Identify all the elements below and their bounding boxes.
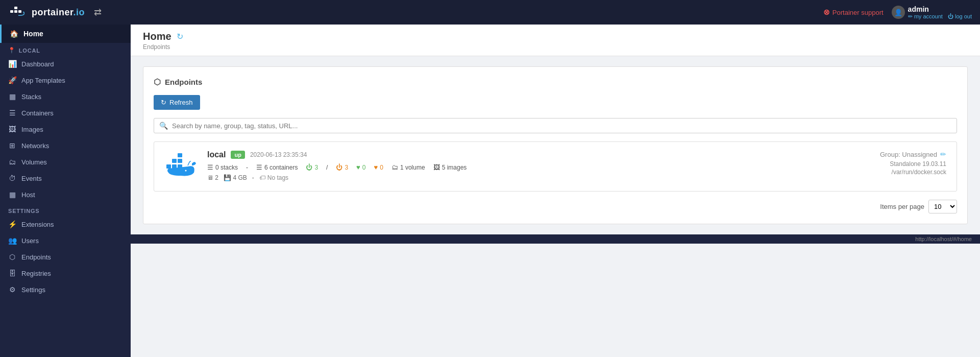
endpoint-docker-logo bbox=[164, 150, 197, 183]
search-bar: 🔍 bbox=[154, 118, 957, 133]
app-templates-label: App Templates bbox=[21, 77, 65, 84]
stat-volume: 🗂 1 volume bbox=[391, 163, 425, 171]
sidebar-local-label: 📍 LOCAL bbox=[0, 43, 131, 56]
sidebar-item-events[interactable]: ⏱ Events bbox=[0, 170, 131, 186]
svg-rect-3 bbox=[18, 10, 21, 13]
pencil-icon: ✏ bbox=[908, 13, 913, 19]
search-icon: 🔍 bbox=[159, 122, 168, 130]
refresh-button[interactable]: ↻ Refresh bbox=[154, 95, 200, 110]
no-tags-badge: 🏷 No tags bbox=[259, 174, 288, 181]
section-local-text: LOCAL bbox=[19, 47, 40, 54]
home-icon: 🏠 bbox=[10, 30, 18, 38]
containers-stat-value: 6 containers bbox=[264, 164, 298, 171]
sidebar-item-app-templates[interactable]: 🚀 App Templates bbox=[0, 72, 131, 88]
no-tags-label: No tags bbox=[267, 174, 288, 181]
volumes-label: Volumes bbox=[21, 158, 47, 166]
home-label: Home bbox=[23, 30, 43, 38]
log-out-link[interactable]: ⏻ log out bbox=[948, 13, 972, 20]
cpu-icon: 🖥 bbox=[207, 174, 213, 181]
stat-stopped: ⏻ 3 bbox=[336, 163, 348, 171]
sidebar-toggle-button[interactable]: ⇄ bbox=[90, 5, 106, 20]
refresh-btn-icon: ↻ bbox=[161, 99, 166, 106]
sidebar-item-host[interactable]: ▦ Host bbox=[0, 186, 131, 203]
healthy-icon: ♥ bbox=[356, 163, 360, 171]
volume-stat-icon: 🗂 bbox=[391, 163, 398, 171]
log-out-label: log out bbox=[955, 13, 972, 19]
containers-label: Containers bbox=[21, 109, 54, 117]
sidebar-item-images[interactable]: 🖼 Images bbox=[0, 121, 131, 137]
settings-icon: ⚙ bbox=[8, 285, 16, 294]
stat-unhealthy: ♥ 0 bbox=[374, 163, 383, 171]
tag-icon: 🏷 bbox=[259, 174, 265, 181]
sidebar-dashboard-left: 📊 Dashboard bbox=[8, 60, 54, 68]
unhealthy-icon: ♥ bbox=[374, 163, 378, 171]
running-icon: ⏻ bbox=[306, 163, 312, 171]
sidebar-item-users[interactable]: 👥 Users bbox=[0, 232, 131, 249]
stopped-icon: ⏻ bbox=[336, 163, 342, 171]
stat-separator-2: / bbox=[326, 164, 328, 171]
sidebar-settings-left: ⚙ Settings bbox=[8, 285, 45, 294]
sidebar-item-networks[interactable]: ⊞ Networks bbox=[0, 137, 131, 154]
svg-point-11 bbox=[185, 170, 187, 172]
endpoints-nav-label: Endpoints bbox=[21, 253, 51, 261]
stat-stacks: ☰ 0 stacks bbox=[207, 163, 238, 171]
users-label: Users bbox=[21, 237, 39, 245]
page-title: Home bbox=[143, 31, 172, 42]
sidebar-volumes-left: 🗂 Volumes bbox=[8, 158, 47, 166]
endpoints-panel: ⬡ Endpoints ↻ Refresh 🔍 bbox=[143, 66, 968, 224]
endpoints-panel-title: Endpoints bbox=[165, 78, 202, 86]
settings-label-text: Settings bbox=[21, 286, 45, 294]
stat-containers: ☰ 6 containers bbox=[256, 163, 298, 171]
endpoint-stats-row: ☰ 0 stacks - ☰ 6 containers ⏻ 3 bbox=[207, 163, 834, 171]
sidebar-item-volumes[interactable]: 🗂 Volumes bbox=[0, 154, 131, 170]
page-refresh-icon[interactable]: ↻ bbox=[177, 32, 183, 41]
sidebar-item-settings[interactable]: ⚙ Settings bbox=[0, 281, 131, 298]
stat-memory: 💾 4 GB bbox=[224, 174, 247, 181]
stacks-icon: ▦ bbox=[8, 92, 16, 101]
logout-icon: ⏻ bbox=[948, 13, 953, 19]
page-title-row: Home ↻ bbox=[143, 31, 968, 42]
images-label: Images bbox=[21, 126, 43, 133]
endpoint-date: 2020-06-13 23:35:34 bbox=[250, 151, 307, 158]
settings-section-label: SETTINGS bbox=[0, 203, 131, 216]
search-input[interactable] bbox=[172, 122, 951, 130]
endpoint-name-row: local up 2020-06-13 23:35:34 bbox=[207, 150, 834, 159]
svg-rect-10 bbox=[178, 153, 182, 157]
endpoint-group-label: Group: Unassigned ✏ bbox=[844, 150, 946, 158]
stopped-count: 3 bbox=[345, 164, 348, 171]
stat-images: 🖼 5 images bbox=[433, 163, 467, 171]
support-link[interactable]: ⊗ Portainer support bbox=[823, 8, 884, 17]
admin-avatar-icon: 👤 bbox=[894, 9, 902, 16]
my-account-link[interactable]: ✏ my account bbox=[908, 13, 943, 20]
items-per-page-select[interactable]: 10 25 50 100 bbox=[928, 200, 957, 213]
refresh-btn-label: Refresh bbox=[169, 99, 193, 106]
sidebar-item-endpoints[interactable]: ⬡ Endpoints bbox=[0, 249, 131, 265]
content-area: Home ↻ Endpoints ⬡ Endpoints ↻ Refresh 🔍 bbox=[131, 25, 980, 357]
stacks-label: Stacks bbox=[21, 93, 41, 101]
sidebar-item-stacks[interactable]: ▦ Stacks bbox=[0, 88, 131, 105]
sidebar-item-extensions[interactable]: ⚡ Extensions bbox=[0, 216, 131, 232]
edit-group-icon[interactable]: ✏ bbox=[940, 150, 946, 158]
status-bar: http://localhost/#/home bbox=[131, 234, 980, 244]
endpoint-name[interactable]: local bbox=[207, 150, 226, 159]
endpoints-section-icon: ⬡ bbox=[154, 77, 161, 87]
host-label: Host bbox=[21, 191, 35, 199]
svg-rect-5 bbox=[166, 164, 171, 169]
networks-label: Networks bbox=[21, 142, 49, 150]
sidebar-events-left: ⏱ Events bbox=[8, 174, 42, 182]
svg-rect-8 bbox=[172, 159, 177, 163]
endpoint-info: local up 2020-06-13 23:35:34 ☰ 0 stacks … bbox=[207, 150, 834, 181]
sidebar-item-containers[interactable]: ☰ Containers bbox=[0, 105, 131, 121]
memory-icon: 💾 bbox=[224, 174, 231, 181]
users-icon: 👥 bbox=[8, 236, 16, 245]
sidebar-item-dashboard[interactable]: 📊 Dashboard bbox=[0, 56, 131, 72]
containers-icon: ☰ bbox=[8, 109, 16, 117]
sidebar-item-registries[interactable]: 🗄 Registries bbox=[0, 265, 131, 281]
events-icon: ⏱ bbox=[8, 174, 16, 182]
sidebar: 🏠 Home 📍 LOCAL 📊 Dashboard 🚀 App Templat… bbox=[0, 25, 131, 357]
memory-value: 4 GB bbox=[233, 174, 247, 181]
stat-running: ⏻ 3 bbox=[306, 163, 318, 171]
sidebar-item-home[interactable]: 🏠 Home bbox=[0, 25, 131, 43]
sidebar-containers-left: ☰ Containers bbox=[8, 109, 54, 117]
endpoint-group-text: Group: Unassigned bbox=[880, 151, 937, 158]
